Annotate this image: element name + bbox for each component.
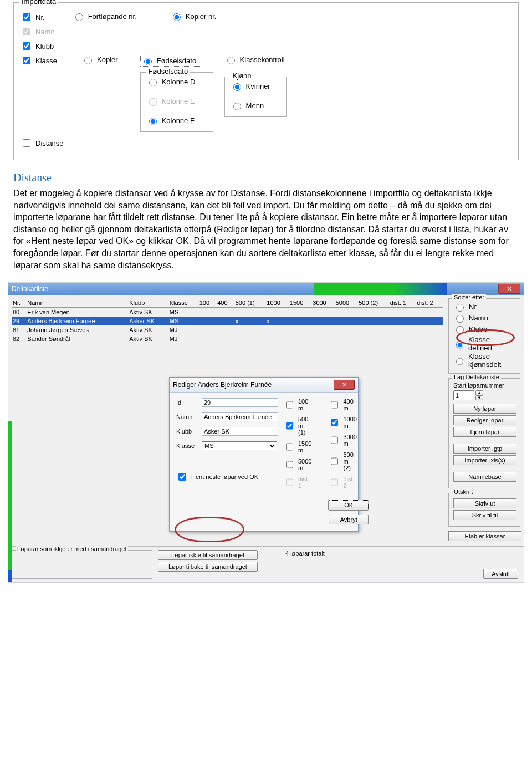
- section-heading: Distanse: [13, 171, 519, 184]
- 400m-checkbox[interactable]: 400 m: [329, 398, 357, 411]
- kjonn-fieldset: Kjønn Kvinner Menn: [224, 77, 287, 117]
- klubb-input[interactable]: [202, 427, 278, 436]
- fjern-lopar-button[interactable]: Fjern løpar: [453, 427, 516, 437]
- kolonne-d-radio[interactable]: Kolonne D: [146, 77, 196, 86]
- skriv-ut-button[interactable]: Skriv ut: [453, 498, 516, 508]
- lag-fieldset: Lag Deltakarliste Start løparnummer ▲ ▼ …: [448, 378, 520, 488]
- sort-klasse-def-radio[interactable]: Klasse definert: [453, 335, 504, 352]
- col-header[interactable]: Klasse: [168, 298, 198, 308]
- klasse-checkbox[interactable]: Klasse: [21, 55, 57, 66]
- spinner-up[interactable]: ▲: [475, 390, 483, 395]
- avbryt-button[interactable]: Avbryt: [329, 515, 368, 524]
- kolonne-f-radio[interactable]: Kolonne F: [146, 116, 195, 125]
- spinner-down[interactable]: ▼: [475, 395, 483, 400]
- dialog-close-icon[interactable]: ✕: [334, 380, 355, 390]
- rediger-dialog: Rediger Anders Bjerkreim Furnée ✕ Id Nam…: [169, 377, 359, 532]
- kopier-nr-radio[interactable]: Kopier nr.: [170, 12, 217, 21]
- col-header[interactable]: 5000: [335, 298, 357, 308]
- dist1-checkbox: dist. 1: [284, 476, 312, 489]
- sort-fieldset: Sorter etter Nr Namn Klubb Klasse define…: [448, 298, 520, 374]
- sort-namn-radio[interactable]: Namn: [453, 313, 488, 323]
- menn-radio[interactable]: Menn: [231, 101, 264, 110]
- col-header[interactable]: 1000: [265, 298, 288, 308]
- sort-klubb-radio[interactable]: Klubb: [453, 324, 487, 334]
- ok-button[interactable]: OK: [329, 500, 368, 510]
- skriv-fil-button[interactable]: Skriv til fil: [453, 510, 516, 520]
- distanse-checkbox[interactable]: Distanse: [21, 137, 64, 149]
- col-header[interactable]: 500 (2): [357, 298, 389, 308]
- hent-neste-checkbox[interactable]: Hent neste løpar ved OK: [176, 471, 267, 482]
- avslutt-button[interactable]: Avslutt: [483, 569, 518, 579]
- fodselsdato-radio[interactable]: Fødselsdato: [140, 55, 202, 67]
- dist2-checkbox: dist. 2: [329, 476, 357, 489]
- lopar-tilbake-button[interactable]: Løpar tilbake til samandraget: [158, 562, 258, 572]
- 3000m-checkbox[interactable]: 3000 m: [329, 434, 357, 447]
- col-header[interactable]: 400: [216, 298, 234, 308]
- col-header[interactable]: 1500: [289, 298, 311, 308]
- table-row[interactable]: 29Anders Bjerkreim FurnéeAsker SKMSxx: [12, 317, 443, 325]
- namnebase-button[interactable]: Namnebase: [453, 472, 516, 482]
- table-row[interactable]: 81Johann Jørgen SævesAktiv SKMJ: [12, 325, 443, 334]
- importer-xls-button[interactable]: Importer .xls(x): [453, 455, 516, 465]
- fortlopande-radio[interactable]: Fortløpande nr.: [73, 12, 137, 21]
- col-header[interactable]: Namn: [26, 298, 128, 308]
- kolonne-e-radio: Kolonne E: [146, 96, 195, 106]
- start-number-input[interactable]: [453, 390, 474, 400]
- col-header[interactable]: Nr.: [12, 298, 26, 308]
- 5000m-checkbox[interactable]: 5000 m: [284, 458, 312, 471]
- klubb-checkbox[interactable]: Klubb: [21, 40, 54, 52]
- window-titlebar: Deltakarliste ✕: [8, 283, 524, 295]
- etabler-klassar-button[interactable]: Etabler klassar: [448, 531, 521, 541]
- namn-checkbox: Namn: [21, 26, 55, 37]
- table-row[interactable]: 82Sander SøndrålAktiv SKMJ: [12, 334, 443, 343]
- importdata-legend: Importdata: [19, 0, 58, 6]
- klasse-select[interactable]: MS: [202, 441, 277, 450]
- excluded-box: Løparar som ikkje er med i samandraget: [12, 550, 152, 579]
- count-label: 4 løparar totalt: [263, 550, 478, 557]
- col-header[interactable]: 3000: [311, 298, 334, 308]
- kvinner-radio[interactable]: Kvinner: [231, 82, 270, 91]
- col-header[interactable]: dist. 2: [416, 298, 443, 308]
- sort-nr-radio[interactable]: Nr: [453, 302, 477, 312]
- klassekontroll-radio[interactable]: Klassekontroll: [224, 55, 285, 64]
- 100m-checkbox[interactable]: 100 m: [284, 398, 312, 411]
- deltakarliste-window: Deltakarliste ✕ Nr.NamnKlubbKlasse100400…: [8, 282, 524, 583]
- kopier-radio[interactable]: Kopier: [81, 55, 118, 64]
- importer-gtp-button[interactable]: Importer .gtp: [453, 444, 516, 454]
- window-title: Deltakarliste: [12, 285, 48, 293]
- decoration: [314, 283, 447, 295]
- id-input[interactable]: [202, 398, 278, 407]
- namn-input[interactable]: [202, 412, 278, 421]
- utskrift-fieldset: Utskrift Skriv ut Skriv til fil: [448, 493, 520, 527]
- 1500m-checkbox[interactable]: 1500 m: [284, 440, 312, 454]
- col-header[interactable]: 100: [198, 298, 217, 308]
- 1000m-checkbox[interactable]: 1000 m: [329, 416, 357, 429]
- importdata-fieldset: Importdata Nr. Fortløpande nr. Kopier nr…: [13, 2, 519, 160]
- dialog-title: Rediger Anders Bjerkreim Furnée: [173, 381, 272, 389]
- nr-checkbox[interactable]: Nr.: [21, 12, 45, 23]
- window-footer: Løparar som ikkje er med i samandraget L…: [8, 546, 524, 582]
- right-sidebar: Sorter etter Nr Namn Klubb Klasse define…: [446, 295, 524, 546]
- 500m1-checkbox[interactable]: 500 m (1): [284, 416, 312, 436]
- table-row[interactable]: 80Erik van MegenAktiv SKMS: [12, 308, 443, 317]
- section-paragraph: Det er mogeleg å kopiere distansar ved å…: [13, 187, 519, 271]
- participant-table: Nr.NamnKlubbKlasse100400500 (1)100015003…: [12, 298, 443, 343]
- ny-lopar-button[interactable]: Ny løpar: [453, 404, 516, 414]
- 500m2-checkbox[interactable]: 500 m (2): [329, 451, 357, 471]
- close-icon[interactable]: ✕: [498, 284, 520, 294]
- col-header[interactable]: Klubb: [128, 298, 168, 308]
- lopar-ikkje-button[interactable]: Løpar ikkje til samandraget: [158, 550, 258, 560]
- fodselsdato-fieldset: Fødselsdato Kolonne D Kolonne E Kolonne …: [140, 72, 213, 132]
- col-header[interactable]: 500 (1): [234, 298, 266, 308]
- rediger-lopar-button[interactable]: Rediger løpar: [453, 415, 516, 425]
- sort-klasse-kjonn-radio[interactable]: Klasse kjønnsdelt: [453, 352, 504, 369]
- col-header[interactable]: dist. 1: [389, 298, 416, 308]
